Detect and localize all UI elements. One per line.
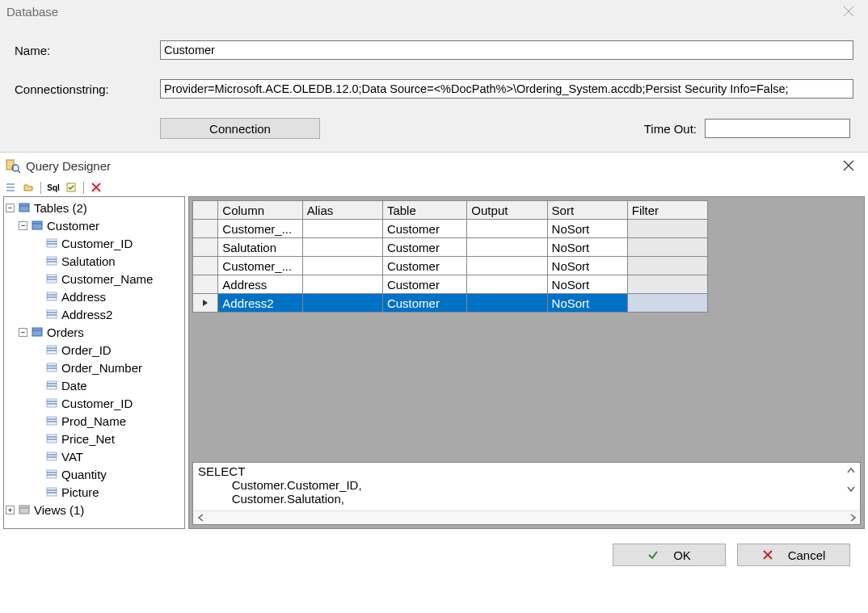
columns-grid[interactable]: Column Alias Table Output Sort Filter Cu… bbox=[192, 200, 708, 313]
svg-rect-34 bbox=[47, 381, 57, 389]
svg-rect-46 bbox=[47, 452, 57, 460]
scrollbar-vertical[interactable] bbox=[845, 464, 858, 494]
columns-icon[interactable] bbox=[3, 180, 18, 195]
cancel-button[interactable]: Cancel bbox=[737, 544, 850, 566]
grid-cell-alias[interactable] bbox=[302, 294, 382, 313]
sql-icon[interactable]: Sql bbox=[46, 180, 61, 195]
tree-node-tables[interactable]: − Tables (2) bbox=[6, 199, 184, 216]
tree-node-column[interactable]: Customer_ID bbox=[6, 234, 184, 252]
grid-cell-alias[interactable] bbox=[302, 275, 382, 294]
grid-cell-sort[interactable]: NoSort bbox=[547, 238, 627, 257]
grid-cell-filter[interactable] bbox=[627, 257, 707, 275]
grid-cell-alias[interactable] bbox=[302, 238, 382, 257]
tree-node-column[interactable]: Picture bbox=[6, 483, 184, 501]
column-icon bbox=[45, 344, 58, 355]
grid-header-table[interactable]: Table bbox=[382, 201, 466, 220]
grid-cell-sort[interactable]: NoSort bbox=[547, 275, 627, 294]
scroll-right-icon[interactable] bbox=[846, 512, 858, 524]
tree-node-views[interactable]: + Views (1) bbox=[6, 501, 184, 519]
tree-node-column[interactable]: Price_Net bbox=[6, 430, 184, 447]
grid-cell-table[interactable]: Customer bbox=[382, 220, 466, 238]
grid-cell-output[interactable] bbox=[467, 294, 547, 313]
table-row[interactable]: Address2CustomerNoSort bbox=[193, 294, 708, 313]
tree-node-customer[interactable]: − Customer bbox=[6, 216, 184, 234]
tree-node-column[interactable]: Order_Number bbox=[6, 359, 184, 376]
table-icon bbox=[31, 220, 44, 231]
ok-button[interactable]: OK bbox=[613, 544, 726, 566]
sql-text[interactable]: SELECT Customer.Customer_ID, Customer.Sa… bbox=[193, 463, 860, 510]
row-indicator[interactable] bbox=[193, 275, 218, 294]
grid-cell-filter[interactable] bbox=[627, 294, 707, 313]
expand-icon[interactable]: + bbox=[6, 506, 15, 514]
tree-node-orders[interactable]: − Orders bbox=[6, 323, 184, 341]
tree-node-column[interactable]: VAT bbox=[6, 447, 184, 465]
table-row[interactable]: Customer_...CustomerNoSort bbox=[193, 257, 708, 275]
grid-cell-table[interactable]: Customer bbox=[382, 238, 466, 257]
table-row[interactable]: Customer_...CustomerNoSort bbox=[193, 220, 708, 238]
grid-cell-alias[interactable] bbox=[302, 220, 382, 238]
scrollbar-horizontal[interactable] bbox=[193, 510, 860, 524]
tree-node-column[interactable]: Address2 bbox=[6, 305, 184, 323]
collapse-icon[interactable]: − bbox=[19, 221, 27, 230]
grid-cell-column[interactable]: Salutation bbox=[218, 238, 302, 257]
grid-cell-filter[interactable] bbox=[627, 238, 707, 257]
collapse-icon[interactable]: − bbox=[19, 328, 27, 337]
grid-cell-sort[interactable]: NoSort bbox=[547, 220, 627, 238]
svg-rect-14 bbox=[47, 257, 57, 265]
tree-node-column[interactable]: Date bbox=[6, 376, 184, 394]
row-indicator[interactable] bbox=[193, 294, 218, 313]
grid-header-column[interactable]: Column bbox=[218, 201, 302, 220]
grid-cell-column[interactable]: Address2 bbox=[218, 294, 302, 313]
tree-pane[interactable]: − Tables (2) − Customer Customer_IDSalut… bbox=[3, 196, 185, 529]
tree-node-column[interactable]: Customer_Name bbox=[6, 270, 184, 288]
row-indicator[interactable] bbox=[193, 220, 218, 238]
table-icon bbox=[31, 326, 44, 338]
tree-node-column[interactable]: Prod_Name bbox=[6, 412, 184, 430]
tree-node-column[interactable]: Order_ID bbox=[6, 341, 184, 359]
grid-cell-sort[interactable]: NoSort bbox=[547, 294, 627, 313]
scroll-up-icon[interactable] bbox=[845, 464, 857, 477]
tree-node-column[interactable]: Customer_ID bbox=[6, 394, 184, 412]
grid-cell-filter[interactable] bbox=[627, 275, 707, 294]
grid-cell-column[interactable]: Customer_... bbox=[218, 257, 302, 275]
grid-cell-table[interactable]: Customer bbox=[382, 294, 466, 313]
name-input[interactable] bbox=[160, 40, 853, 60]
svg-rect-20 bbox=[47, 292, 57, 300]
timeout-input[interactable] bbox=[705, 119, 850, 138]
grid-cell-column[interactable]: Customer_... bbox=[218, 220, 302, 238]
tree-node-column[interactable]: Salutation bbox=[6, 252, 184, 270]
delete-icon[interactable] bbox=[89, 180, 103, 195]
grid-cell-output[interactable] bbox=[467, 238, 547, 257]
tree-node-column[interactable]: Quantity bbox=[6, 465, 184, 483]
grid-cell-sort[interactable]: NoSort bbox=[547, 257, 627, 275]
grid-cell-filter[interactable] bbox=[627, 220, 707, 238]
open-icon[interactable] bbox=[21, 180, 36, 195]
grid-cell-alias[interactable] bbox=[302, 257, 382, 275]
grid-header-output[interactable]: Output bbox=[467, 201, 547, 220]
grid-header-sort[interactable]: Sort bbox=[547, 201, 627, 220]
table-row[interactable]: SalutationCustomerNoSort bbox=[193, 238, 708, 257]
row-indicator[interactable] bbox=[193, 257, 218, 275]
column-icon bbox=[45, 451, 58, 462]
tree-node-column[interactable]: Address bbox=[6, 288, 184, 305]
scroll-down-icon[interactable] bbox=[845, 482, 857, 494]
svg-rect-11 bbox=[47, 239, 57, 247]
close-icon[interactable] bbox=[839, 3, 858, 19]
grid-cell-table[interactable]: Customer bbox=[382, 257, 466, 275]
sql-pane[interactable]: SELECT Customer.Customer_ID, Customer.Sa… bbox=[192, 462, 861, 525]
table-row[interactable]: AddressCustomerNoSort bbox=[193, 275, 708, 294]
verify-icon[interactable] bbox=[64, 180, 78, 195]
connection-button[interactable]: Connection bbox=[160, 118, 320, 139]
scroll-left-icon[interactable] bbox=[195, 512, 207, 524]
collapse-icon[interactable]: − bbox=[6, 204, 15, 212]
row-indicator[interactable] bbox=[193, 238, 218, 257]
grid-cell-output[interactable] bbox=[467, 220, 547, 238]
grid-cell-table[interactable]: Customer bbox=[382, 275, 466, 294]
grid-header-alias[interactable]: Alias bbox=[302, 201, 382, 220]
close-icon[interactable] bbox=[839, 157, 858, 174]
grid-cell-output[interactable] bbox=[467, 275, 547, 294]
connectionstring-input[interactable] bbox=[160, 79, 853, 99]
grid-header-filter[interactable]: Filter bbox=[627, 201, 707, 220]
grid-cell-output[interactable] bbox=[467, 257, 547, 275]
grid-cell-column[interactable]: Address bbox=[218, 275, 302, 294]
